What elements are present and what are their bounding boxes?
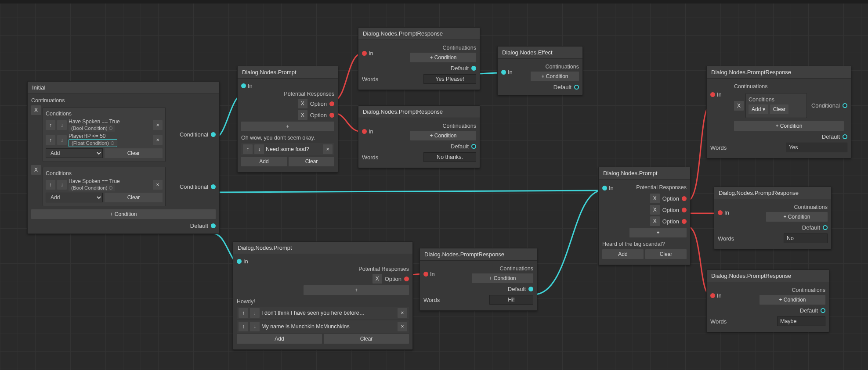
move-up-button[interactable]: ↑ (46, 135, 55, 145)
node-effect[interactable]: Dialog.Nodes.Effect In Continuations + C… (497, 46, 583, 95)
default-out-port[interactable] (211, 223, 216, 228)
add-condition-button[interactable]: + Condition (734, 121, 844, 131)
remove-option-button[interactable]: X (298, 110, 307, 120)
add-button[interactable]: Add (602, 249, 644, 259)
in-port[interactable] (602, 186, 607, 190)
remove-continuation-button[interactable]: X (31, 105, 41, 115)
add-button[interactable]: Add (241, 157, 287, 166)
add-condition-button[interactable]: + Condition (31, 209, 216, 219)
remove-option-button[interactable]: X (298, 99, 307, 108)
clear-button[interactable]: Clear (105, 193, 163, 202)
default-out-port[interactable] (574, 85, 579, 90)
default-out-port[interactable] (821, 308, 825, 313)
remove-condition-button[interactable]: × (153, 120, 163, 130)
conditional-out-port[interactable] (211, 132, 216, 137)
words-input[interactable] (786, 143, 847, 152)
remove-continuation-button[interactable]: X (31, 165, 41, 175)
node-response-yes-please[interactable]: Dialog.Nodes.PromptResponse In Continuat… (358, 27, 480, 90)
option-out-port[interactable] (682, 208, 687, 212)
node-title: Dialog.Nodes.PromptResponse (358, 28, 480, 40)
move-up-button[interactable]: ↑ (243, 144, 253, 154)
in-port[interactable] (237, 259, 242, 264)
in-port[interactable] (362, 51, 367, 56)
remove-option-button[interactable]: X (650, 216, 660, 226)
move-down-button[interactable]: ↓ (250, 322, 260, 331)
option-out-port[interactable] (682, 196, 687, 201)
node-response-hi[interactable]: Dialog.Nodes.PromptResponse In Continuat… (420, 248, 537, 311)
add-condition-button[interactable]: + Condition (766, 212, 828, 222)
add-dropdown-button[interactable]: Add ▾ (749, 104, 768, 114)
option-out-port[interactable] (682, 219, 687, 224)
words-input[interactable] (784, 233, 828, 243)
in-port[interactable] (362, 129, 367, 134)
node-response-maybe[interactable]: Dialog.Nodes.PromptResponse In Continuat… (706, 269, 829, 332)
default-out-port[interactable] (823, 225, 828, 230)
move-down-button[interactable]: ↓ (250, 308, 260, 318)
add-condition-button[interactable]: + Condition (410, 131, 476, 140)
clear-button[interactable]: Clear (105, 148, 163, 158)
condition-chip[interactable]: (Float Condition) (69, 139, 117, 147)
option-out-port[interactable] (404, 277, 409, 281)
node-response-no-thanks[interactable]: Dialog.Nodes.PromptResponse In Continuat… (358, 105, 480, 168)
default-out-port[interactable] (843, 134, 847, 139)
remove-condition-button[interactable]: × (153, 180, 163, 190)
in-port[interactable] (710, 293, 715, 298)
remove-continuation-button[interactable]: X (734, 101, 744, 111)
option-out-port[interactable] (329, 113, 334, 118)
remove-item-button[interactable]: × (398, 322, 407, 331)
add-option-button[interactable]: + (241, 122, 334, 131)
move-up-button[interactable]: ↑ (46, 120, 55, 130)
remove-option-button[interactable]: X (650, 205, 660, 215)
remove-item-button[interactable]: × (398, 308, 407, 318)
move-up-button[interactable]: ↑ (239, 308, 248, 318)
words-input[interactable] (423, 74, 476, 84)
move-down-button[interactable]: ↓ (57, 135, 67, 145)
option-out-port[interactable] (329, 101, 334, 106)
in-port[interactable] (710, 92, 715, 97)
move-down-button[interactable]: ↓ (57, 120, 67, 130)
add-condition-button[interactable]: + Condition (472, 273, 533, 283)
add-condition-select[interactable]: Add (46, 148, 103, 158)
in-port[interactable] (241, 83, 246, 88)
add-condition-select[interactable]: Add (46, 193, 103, 202)
add-option-button[interactable]: + (304, 285, 409, 295)
node-prompt-3[interactable]: Dialog.Nodes.Prompt In Potential Respons… (598, 167, 691, 265)
condition-chip[interactable]: (Bool Condition) (69, 184, 115, 191)
remove-condition-button[interactable]: × (153, 135, 163, 145)
move-down-button[interactable]: ↓ (254, 144, 264, 154)
node-prompt-1[interactable]: Dialog.Nodes.Prompt In Potential Respons… (237, 66, 338, 172)
clear-button[interactable]: Clear (645, 249, 687, 259)
words-input[interactable] (423, 152, 476, 162)
words-input[interactable] (489, 295, 533, 305)
condition-chip[interactable]: (Bool Condition) (69, 125, 115, 132)
node-response-no[interactable]: Dialog.Nodes.PromptResponse In Continuat… (714, 187, 832, 249)
default-out-port[interactable] (471, 66, 476, 71)
move-up-button[interactable]: ↑ (46, 180, 55, 190)
clear-button[interactable]: Clear (770, 104, 789, 114)
default-out-port[interactable] (471, 144, 476, 149)
default-out-port[interactable] (528, 287, 533, 291)
remove-item-button[interactable]: × (323, 144, 333, 154)
add-condition-button[interactable]: + Condition (531, 72, 579, 81)
conditional-out-port[interactable] (843, 103, 847, 108)
node-initial[interactable]: Initial Continuations X Conditions ↑ ↓ H… (27, 81, 220, 234)
add-button[interactable]: Add (237, 334, 322, 344)
add-condition-button[interactable]: + Condition (410, 53, 476, 62)
move-down-button[interactable]: ↓ (57, 180, 67, 190)
clear-button[interactable]: Clear (289, 157, 334, 166)
conditional-out-port[interactable] (211, 184, 216, 189)
add-option-button[interactable]: + (629, 228, 687, 237)
node-prompt-2[interactable]: Dialog.Nodes.Prompt In Potential Respons… (233, 241, 413, 350)
clear-button[interactable]: Clear (324, 334, 409, 344)
in-port[interactable] (718, 210, 723, 215)
node-response-yes[interactable]: Dialog.Nodes.PromptResponse In Continuat… (706, 66, 851, 158)
in-port-label: In (717, 91, 722, 98)
words-input[interactable] (777, 316, 825, 326)
move-up-button[interactable]: ↑ (239, 322, 248, 331)
in-port-label: In (717, 292, 722, 299)
remove-option-button[interactable]: X (373, 274, 382, 284)
in-port[interactable] (423, 272, 428, 277)
remove-option-button[interactable]: X (650, 194, 660, 203)
add-condition-button[interactable]: + Condition (760, 295, 825, 305)
in-port[interactable] (501, 70, 506, 75)
